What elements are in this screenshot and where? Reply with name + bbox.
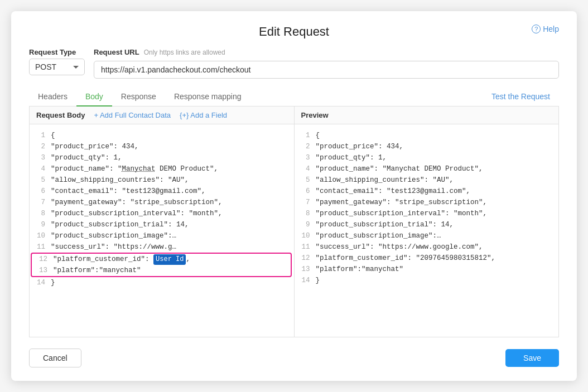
request-body-title: Request Body — [36, 111, 85, 119]
add-full-contact-button[interactable]: + Add Full Contact Data — [94, 111, 171, 119]
url-field-group: Request URL Only https links are allowed — [94, 48, 559, 79]
request-body-code[interactable]: 1 { 2 "product_price": 434, 3 "product_q… — [30, 124, 294, 337]
preview-line-9: 9 "product_subscription_trial": 14, — [295, 219, 559, 230]
help-icon: ? — [532, 25, 541, 33]
save-button[interactable]: Save — [505, 349, 559, 367]
tab-headers[interactable]: Headers — [29, 88, 76, 107]
preview-line-4: 4 "product_name": "Manychat DEMO Product… — [295, 163, 559, 175]
page-title: Edit Request — [29, 25, 559, 39]
preview-line-1: 1 { — [295, 130, 559, 141]
preview-line-11: 11 "success_url": "https://www.google.co… — [295, 241, 559, 253]
code-line-3: 3 "product_qty": 1, — [30, 152, 294, 163]
code-line-2: 2 "product_price": 434, — [30, 141, 294, 152]
code-line-8: 8 "product_subscription_interval": "mont… — [30, 208, 294, 219]
test-request-link[interactable]: Test the Request — [483, 88, 559, 107]
code-line-11: 11 "success_url": "https://www.google.co… — [30, 241, 294, 253]
code-line-9: 9 "product_subscription_trial": 14, — [30, 219, 294, 230]
code-line-12: 12 "platform_customer_id": User Id, — [32, 254, 291, 265]
preview-line-5: 5 "allow_shipping_countries": "AU", — [295, 175, 559, 186]
highlighted-block: 12 "platform_customer_id": User Id, 13 "… — [31, 253, 292, 277]
url-note: Only https links are allowed — [144, 49, 225, 56]
preview-line-10: 10 "product_subscription_image": "https:… — [295, 230, 559, 241]
editor-area: Request Body + Add Full Contact Data {+}… — [29, 107, 559, 338]
request-body-pane: Request Body + Add Full Contact Data {+}… — [30, 107, 295, 337]
preview-line-2: 2 "product_price": 434, — [295, 141, 559, 152]
code-line-13: 13 "platform":"manychat" — [32, 265, 291, 276]
footer-row: Cancel Save — [29, 337, 559, 367]
cancel-button[interactable]: Cancel — [29, 349, 81, 367]
code-line-4: 4 "product_name": "Manychat DEMO Product… — [30, 163, 294, 175]
help-link[interactable]: ? Help — [532, 25, 559, 33]
tab-response[interactable]: Response — [112, 88, 165, 107]
code-line-14: 14 } — [30, 277, 294, 288]
chevron-down-icon — [73, 66, 79, 69]
preview-code: 1 { 2 "product_price": 434, 3 "product_q… — [295, 124, 559, 337]
request-type-label: Request Type — [29, 48, 85, 56]
url-input[interactable] — [94, 61, 559, 79]
preview-line-13: 13 "platform":"manychat" — [295, 264, 559, 275]
request-type-group: Request Type POST — [29, 48, 85, 75]
preview-line-14: 14 } — [295, 275, 559, 286]
preview-line-12: 12 "platform_customer_id": "209764598031… — [295, 253, 559, 264]
preview-line-6: 6 "contact_email": "test123@gmail.com", — [295, 186, 559, 197]
code-line-1: 1 { — [30, 130, 294, 141]
preview-line-7: 7 "payment_gateway": "stripe_subscriptio… — [295, 197, 559, 208]
url-label-row: Request URL Only https links are allowed — [94, 48, 559, 56]
request-type-value: POST — [35, 62, 56, 71]
modal-container: Edit Request ? Help Request Type POST Re… — [11, 11, 577, 381]
preview-title: Preview — [301, 111, 329, 119]
user-id-badge[interactable]: User Id — [153, 254, 186, 265]
tabs-row: Headers Body Response Response mapping T… — [29, 88, 559, 107]
code-line-5: 5 "allow_shipping_countries": "AU", — [30, 175, 294, 186]
tab-response-mapping[interactable]: Response mapping — [165, 88, 250, 107]
request-body-header: Request Body + Add Full Contact Data {+}… — [30, 107, 294, 124]
preview-line-3: 3 "product_qty": 1, — [295, 152, 559, 163]
code-line-10: 10 "product_subscription_image": "https:… — [30, 230, 294, 241]
code-line-7: 7 "payment_gateway": "stripe_subscriptio… — [30, 197, 294, 208]
help-label: Help — [543, 25, 559, 33]
code-line-6: 6 "contact_email": "test123@gmail.com", — [30, 186, 294, 197]
add-field-button[interactable]: {+} Add a Field — [180, 111, 227, 119]
url-label: Request URL — [94, 48, 139, 56]
preview-pane: Preview 1 { 2 "product_price": 434, 3 "p… — [295, 107, 559, 337]
tab-body[interactable]: Body — [76, 88, 112, 107]
form-row-request: Request Type POST Request URL Only https… — [29, 48, 559, 79]
request-type-select[interactable]: POST — [29, 59, 85, 75]
preview-line-8: 8 "product_subscription_interval": "mont… — [295, 208, 559, 219]
preview-header: Preview — [295, 107, 559, 124]
